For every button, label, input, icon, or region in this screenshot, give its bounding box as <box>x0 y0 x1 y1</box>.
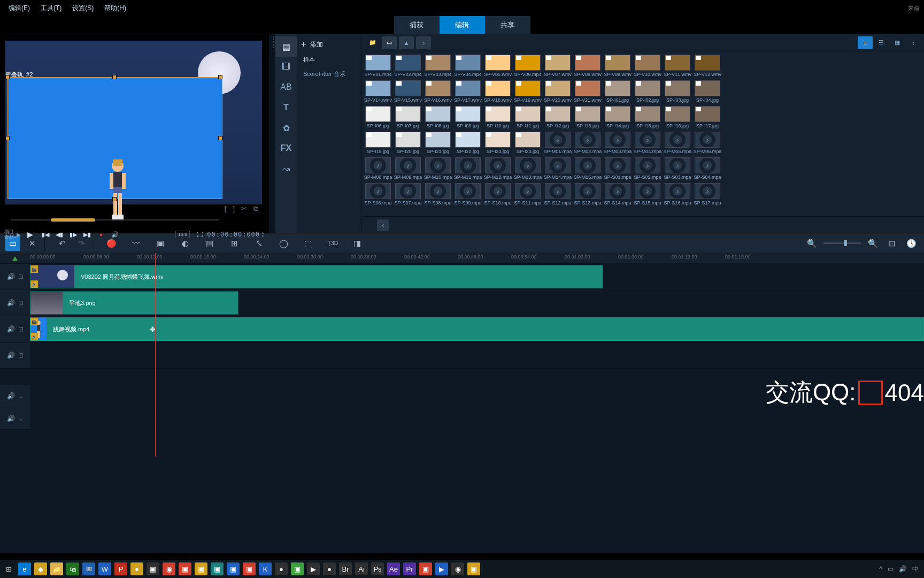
library-item[interactable]: ♪SP-S02.mpa <box>635 157 660 180</box>
store-icon[interactable]: 🛍 <box>66 562 79 575</box>
lock-icon[interactable]: ⊡ <box>18 299 24 307</box>
library-item[interactable]: SP-V04.mp4 <box>455 55 481 77</box>
app-icon[interactable]: ▶ <box>435 562 448 575</box>
task-icon[interactable]: ◉ <box>451 562 464 575</box>
show-all-icon[interactable]: ▭ <box>382 36 397 49</box>
network-icon[interactable]: ▭ <box>888 565 894 573</box>
track-gutter[interactable]: 🔊 ⊡ <box>0 343 30 368</box>
playback-mode[interactable]: 项目-素材- <box>4 229 16 240</box>
play-button[interactable]: ▶ <box>22 226 38 242</box>
word-icon[interactable]: W <box>98 562 111 575</box>
library-item[interactable]: SP-V20.wmv <box>545 80 571 103</box>
library-item[interactable]: SP-I02.jpg <box>635 80 660 103</box>
clip-overlay-1[interactable]: 平地3.png <box>30 291 238 315</box>
tab-edit[interactable]: 编辑 <box>440 16 485 34</box>
cut-icon[interactable]: ✂ <box>241 204 247 213</box>
task-icon[interactable]: ▶ <box>307 562 320 575</box>
library-item[interactable]: SP-I14.jpg <box>605 106 630 128</box>
task-icon[interactable]: ◉ <box>163 562 175 575</box>
library-item[interactable]: SP-V16.wmv <box>425 80 451 103</box>
library-item[interactable]: SP-I23.jpg <box>485 132 511 154</box>
zoom-in-icon[interactable]: 🔍 <box>865 236 880 251</box>
view-detail-icon[interactable]: ☰ <box>874 36 889 49</box>
library-item[interactable]: ♪SP-S08.mpa <box>425 183 451 206</box>
library-item[interactable]: SP-V07.wmv <box>545 55 571 77</box>
library-item[interactable]: ♪SP-S15.mpa <box>635 183 660 206</box>
record-button[interactable]: ● <box>95 228 107 241</box>
mute-icon[interactable]: 🔊 <box>7 415 15 422</box>
playhead[interactable] <box>155 253 156 457</box>
library-item[interactable]: SP-V19.wmv <box>515 80 541 103</box>
tree-scorefitter[interactable]: ScoreFitter 音乐 <box>297 67 361 81</box>
library-item[interactable]: SP-I01.jpg <box>605 80 630 103</box>
menu-settings[interactable]: 设置(S) <box>68 2 98 15</box>
ruler-marker-icon[interactable] <box>12 256 18 261</box>
task-icon[interactable]: ▣ <box>419 562 432 575</box>
view-grid-icon[interactable]: ▦ <box>890 36 905 49</box>
aspect-ratio[interactable]: 16:9 <box>175 231 190 238</box>
media-category-icon[interactable]: ▤ <box>275 36 297 57</box>
library-item[interactable]: SP-I03.jpg <box>665 80 690 103</box>
track-gutter[interactable]: 🔊 ⌄ <box>0 407 30 429</box>
tree-sample[interactable]: 样本 <box>297 52 361 67</box>
tray-expand-icon[interactable]: ^ <box>879 565 882 573</box>
library-item[interactable]: ♪SP-S10.mpa <box>485 183 511 206</box>
library-item[interactable]: ♪SP-M02.mpa <box>575 132 600 154</box>
library-item[interactable]: SP-V14.wmv <box>365 80 391 103</box>
library-item[interactable]: SP-V08.wmv <box>575 55 600 77</box>
task-icon[interactable]: ● <box>323 562 336 575</box>
library-item[interactable]: ♪SP-S01.mpa <box>605 157 630 180</box>
br-icon[interactable]: Br <box>339 562 352 575</box>
library-item[interactable]: SP-I21.jpg <box>425 132 451 154</box>
library-item[interactable]: SP-V01.mp4 <box>365 55 391 77</box>
library-item[interactable]: SP-V21.wmv <box>575 80 600 103</box>
edge-icon[interactable]: e <box>18 562 31 575</box>
library-item[interactable]: ♪SP-S09.mpa <box>455 183 481 206</box>
clip-overlay-2[interactable]: 🎬 🔊 跳舞视频.mp4 ✥ <box>30 317 924 341</box>
mark-in-icon[interactable]: [ <box>225 204 227 213</box>
expand-icon[interactable]: ⌄ <box>18 415 24 422</box>
library-item[interactable]: SP-I06.jpg <box>365 106 391 128</box>
add-folder-label[interactable]: 添加 <box>310 40 323 49</box>
system-tray[interactable]: ^ ▭ 🔊 中 <box>879 565 922 574</box>
tab-capture[interactable]: 捕获 <box>394 16 440 34</box>
resize-handle[interactable] <box>5 136 10 140</box>
library-item[interactable]: SP-I09.jpg <box>455 106 481 128</box>
track-gutter[interactable]: 🔊 ⊡ <box>0 316 30 342</box>
library-item[interactable]: ♪SP-M11.mpa <box>455 157 481 180</box>
menu-tools[interactable]: 工具(T) <box>36 2 66 15</box>
task-icon[interactable]: K <box>259 562 272 575</box>
library-item[interactable]: ♪SP-M06.mpa <box>695 132 720 154</box>
import-icon[interactable]: 📁 <box>365 36 380 49</box>
library-item[interactable]: SP-V09.wmv <box>605 55 630 77</box>
snapshot-icon[interactable]: ⧉ <box>253 204 258 213</box>
overlay-bounds[interactable] <box>7 77 222 199</box>
library-item[interactable]: SP-I08.jpg <box>425 106 451 128</box>
task-icon[interactable]: ▣ <box>467 562 480 575</box>
filter-icon[interactable]: FX <box>275 138 297 158</box>
library-item[interactable]: SP-V10.wmv <box>635 55 660 77</box>
library-item[interactable]: ♪SP-S03.mpa <box>665 157 690 180</box>
library-item[interactable]: SP-V11.wmv <box>665 55 690 77</box>
timeline-ruler[interactable]: 00:00:00:0000:00:06:0000:00:12:0000:00:1… <box>0 253 924 264</box>
collapse-icon[interactable]: ‹ <box>377 219 389 231</box>
task-icon[interactable]: ▣ <box>227 562 240 575</box>
windows-taskbar[interactable]: ⊞ e ◆ 📁 🛍 ✉ W P ● ▣ ◉ ▣ ▣ ▣ ▣ ▣ K ● ▣ ▶ … <box>0 560 924 578</box>
zoom-out-icon[interactable]: 🔍 <box>804 236 819 251</box>
mute-icon[interactable]: 🔊 <box>7 392 15 400</box>
task-icon[interactable]: ▣ <box>243 562 256 575</box>
library-item[interactable]: ♪SP-M09.mpa <box>395 157 421 180</box>
library-item[interactable]: SP-I11.jpg <box>515 106 541 128</box>
library-item[interactable]: ♪SP-M03.mpa <box>605 132 630 154</box>
track-gutter[interactable]: 🔊 ⌄ <box>0 385 30 407</box>
library-item[interactable]: SP-I17.jpg <box>695 106 720 128</box>
pr-icon[interactable]: Pr <box>403 562 416 575</box>
library-item[interactable]: SP-I22.jpg <box>455 132 481 154</box>
task-icon[interactable]: ▣ <box>147 562 159 575</box>
library-item[interactable]: ♪SP-M04.mpa <box>635 132 660 154</box>
library-item[interactable]: SP-I16.jpg <box>665 106 690 128</box>
step-back-button[interactable]: ◀▮ <box>53 228 66 241</box>
instant-project-icon[interactable]: 🎞 <box>275 57 297 77</box>
volume-button[interactable]: 🔊 <box>109 228 121 241</box>
task-icon[interactable]: ● <box>275 562 288 575</box>
